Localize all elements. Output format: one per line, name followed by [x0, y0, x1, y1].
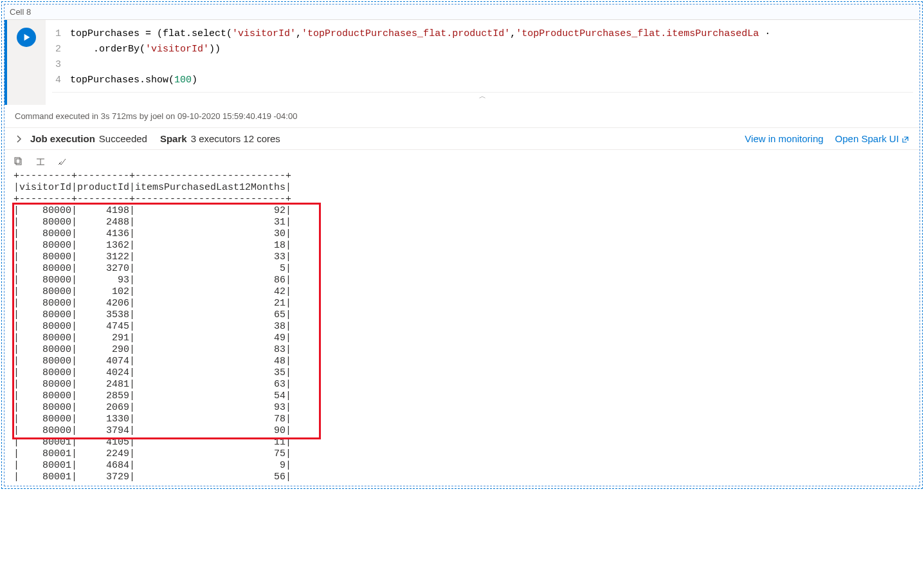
code-line: .orderBy('visitorId'))	[70, 42, 221, 57]
svg-rect-2	[15, 158, 20, 163]
svg-rect-1	[16, 159, 21, 165]
spark-label: Spark	[160, 133, 187, 144]
svg-marker-0	[24, 34, 30, 41]
output-text: +---------+---------+-------------------…	[5, 170, 919, 486]
execution-bar: Job execution Succeeded Spark 3 executor…	[5, 127, 919, 150]
open-spark-ui-link[interactable]: Open Spark UI	[835, 133, 909, 144]
view-monitoring-link[interactable]: View in monitoring	[745, 133, 823, 144]
chevron-right-icon[interactable]	[15, 134, 24, 143]
line-number: 2	[52, 42, 70, 57]
job-execution-label: Job execution	[30, 133, 95, 144]
spark-detail: 3 executors 12 cores	[191, 133, 280, 144]
cell-container: Cell 8 1topPurchases = (flat.select('vis…	[4, 4, 920, 486]
code-line: topPurchases.show(100)	[70, 73, 197, 88]
output-toolbar	[5, 150, 919, 170]
code-line: topPurchases = (flat.select('visitorId',…	[70, 26, 770, 42]
output-wrap: +---------+---------+-------------------…	[5, 170, 919, 486]
notebook-wrapper: Cell 8 1topPurchases = (flat.select('vis…	[1, 1, 923, 489]
play-icon	[23, 33, 32, 42]
line-number: 4	[52, 73, 70, 88]
clear-output-button[interactable]	[57, 156, 68, 167]
cell-gutter	[7, 20, 46, 105]
copy-output-button[interactable]	[14, 156, 24, 167]
execution-status-text: Command executed in 3s 712ms by joel on …	[5, 105, 919, 127]
cell-body-row: 1topPurchases = (flat.select('visitorId'…	[5, 20, 919, 486]
cell-label: Cell 8	[5, 5, 919, 20]
collapse-handle[interactable]: ︿	[52, 92, 913, 101]
table-view-button[interactable]	[35, 156, 46, 167]
run-button[interactable]	[17, 28, 36, 47]
line-number: 3	[52, 57, 70, 73]
line-number: 1	[52, 26, 70, 42]
code-editor[interactable]: 1topPurchases = (flat.select('visitorId'…	[46, 20, 919, 105]
job-execution-status: Succeeded	[99, 133, 147, 144]
external-link-icon	[901, 136, 909, 143]
